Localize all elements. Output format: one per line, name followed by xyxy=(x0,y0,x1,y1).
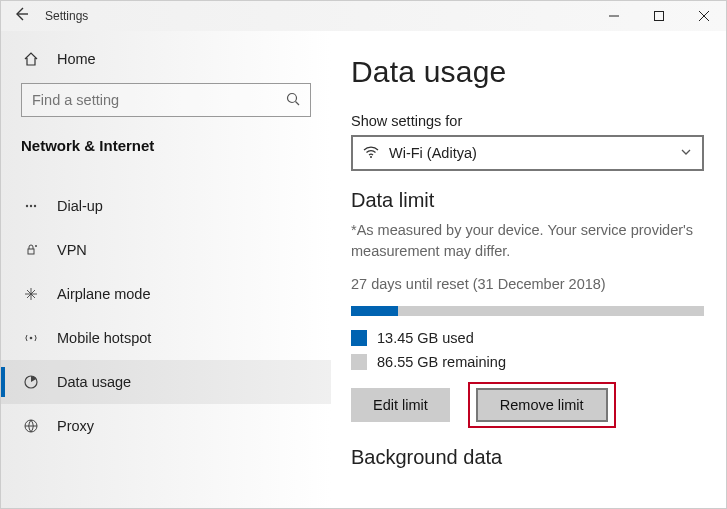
chevron-down-icon xyxy=(680,145,692,161)
remaining-row: 86.55 GB remaining xyxy=(351,354,704,370)
svg-point-4 xyxy=(288,93,297,102)
remaining-text: 86.55 GB remaining xyxy=(377,354,506,370)
sidebar-nav: Dial-up VPN Airplane mode Mobile hotspot… xyxy=(1,184,331,448)
wifi-icon xyxy=(363,145,379,162)
datalimit-heading: Data limit xyxy=(351,189,704,212)
sidebar-home[interactable]: Home xyxy=(1,45,331,77)
back-arrow-icon xyxy=(13,6,29,22)
sidebar-item-vpn[interactable]: VPN xyxy=(1,228,331,272)
svg-line-5 xyxy=(296,101,300,105)
close-button[interactable] xyxy=(681,1,726,31)
search-icon xyxy=(286,92,300,109)
svg-point-11 xyxy=(30,337,33,340)
maximize-icon xyxy=(654,11,664,21)
usage-bar xyxy=(351,306,704,316)
search-input[interactable] xyxy=(32,92,286,108)
sidebar-item-label: Mobile hotspot xyxy=(57,330,151,346)
sidebar-item-label: VPN xyxy=(57,242,87,258)
sidebar-item-proxy[interactable]: Proxy xyxy=(1,404,331,448)
svg-rect-9 xyxy=(28,249,34,254)
vpn-icon xyxy=(21,242,41,258)
sidebar-item-hotspot[interactable]: Mobile hotspot xyxy=(1,316,331,360)
maximize-button[interactable] xyxy=(636,1,681,31)
network-select[interactable]: Wi-Fi (Aditya) xyxy=(351,135,704,171)
used-text: 13.45 GB used xyxy=(377,330,474,346)
used-row: 13.45 GB used xyxy=(351,330,704,346)
remove-limit-button[interactable]: Remove limit xyxy=(476,388,608,422)
sidebar: Home Network & Internet Dial-up VPN xyxy=(1,31,331,508)
proxy-icon xyxy=(21,418,41,434)
usage-bar-fill xyxy=(351,306,398,316)
sidebar-item-airplane[interactable]: Airplane mode xyxy=(1,272,331,316)
minimize-icon xyxy=(609,11,619,21)
svg-point-8 xyxy=(34,205,36,207)
main-content: Data usage Show settings for Wi-Fi (Adit… xyxy=(331,31,726,508)
selected-network: Wi-Fi (Aditya) xyxy=(389,145,477,161)
back-button[interactable] xyxy=(1,6,41,26)
svg-point-7 xyxy=(30,205,32,207)
search-box[interactable] xyxy=(21,83,311,117)
window-title: Settings xyxy=(41,9,88,23)
sidebar-item-label: Dial-up xyxy=(57,198,103,214)
sidebar-item-dialup[interactable]: Dial-up xyxy=(1,184,331,228)
remaining-swatch xyxy=(351,354,367,370)
minimize-button[interactable] xyxy=(591,1,636,31)
reset-text: 27 days until reset (31 December 2018) xyxy=(351,276,704,292)
datausage-icon xyxy=(21,374,41,390)
titlebar: Settings xyxy=(1,1,726,31)
disclaimer-text: *As measured by your device. Your servic… xyxy=(351,220,704,262)
airplane-icon xyxy=(21,286,41,302)
svg-rect-1 xyxy=(654,12,663,21)
home-icon xyxy=(21,51,41,67)
sidebar-item-label: Data usage xyxy=(57,374,131,390)
svg-point-6 xyxy=(26,205,28,207)
remove-limit-highlight: Remove limit xyxy=(468,382,616,428)
home-label: Home xyxy=(57,51,96,67)
used-swatch xyxy=(351,330,367,346)
hotspot-icon xyxy=(21,330,41,346)
close-icon xyxy=(699,11,709,21)
edit-limit-button[interactable]: Edit limit xyxy=(351,388,450,422)
show-for-label: Show settings for xyxy=(351,113,704,129)
page-title: Data usage xyxy=(351,55,704,89)
sidebar-item-label: Airplane mode xyxy=(57,286,151,302)
sidebar-item-label: Proxy xyxy=(57,418,94,434)
svg-point-10 xyxy=(35,245,37,247)
dialup-icon xyxy=(21,198,41,214)
svg-point-14 xyxy=(370,156,372,158)
sidebar-item-datausage[interactable]: Data usage xyxy=(1,360,331,404)
background-data-heading: Background data xyxy=(351,446,704,469)
sidebar-section-header: Network & Internet xyxy=(1,133,331,166)
